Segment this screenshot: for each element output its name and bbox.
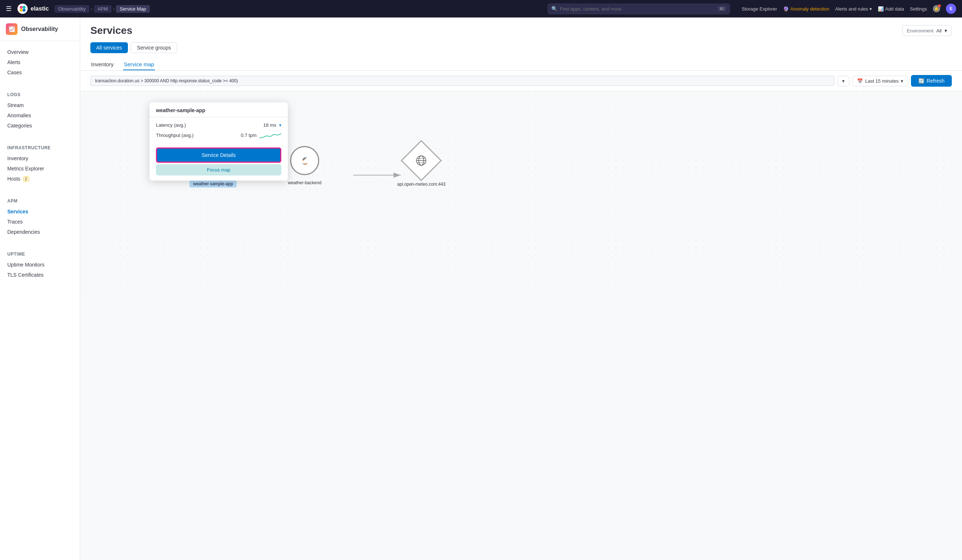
sidebar-item-dependencies[interactable]: Dependencies xyxy=(0,227,80,237)
breadcrumb-sep-2: › xyxy=(113,6,115,12)
breadcrumb-service-map[interactable]: Service Map xyxy=(116,5,149,13)
observability-logo-icon: 📈 xyxy=(6,23,18,35)
sidebar-apm-label: APM xyxy=(0,196,80,206)
sidebar-infrastructure-section: Infrastructure Inventory Metrics Explore… xyxy=(0,137,80,190)
sidebar-item-traces[interactable]: Traces xyxy=(0,217,80,227)
sidebar-brand-text: Observability xyxy=(21,26,58,32)
sidebar-logs-label: Logs xyxy=(0,89,80,100)
node-label-weather-backend: weather-backend xyxy=(288,180,321,185)
search-kbd-shortcut: ⌘/ xyxy=(718,6,726,12)
elastic-logo: elastic xyxy=(18,4,49,14)
sidebar-item-anomalies[interactable]: Anomalies xyxy=(0,110,80,121)
svg-point-1 xyxy=(20,6,23,9)
sidebar-item-stream[interactable]: Stream xyxy=(0,100,80,110)
sidebar-apm-section: APM Services Traces Dependencies xyxy=(0,190,80,243)
node-weather-backend[interactable]: weather-backend xyxy=(288,146,321,185)
service-details-button[interactable]: Service Details xyxy=(156,148,281,163)
storage-explorer-btn[interactable]: Storage Explorer xyxy=(741,6,777,12)
throughput-sparkline xyxy=(260,132,281,139)
add-data-icon: 📊 xyxy=(878,6,884,12)
breadcrumb-observability[interactable]: Observability xyxy=(55,5,89,13)
refresh-button[interactable]: 🔄 Refresh xyxy=(911,75,952,87)
node-api-open-meteo[interactable]: api.open-meteo.com:443 xyxy=(397,146,445,187)
top-navigation: ☰ elastic Observability › APM › Service … xyxy=(0,0,962,18)
search-input[interactable] xyxy=(548,4,730,14)
sidebar-item-inventory[interactable]: Inventory xyxy=(0,153,80,164)
sidebar: 📈 Observability Overview Alerts Cases Lo… xyxy=(0,18,80,560)
popup-throughput-row: Throughput (avg.) 0.7 tpm xyxy=(156,132,281,139)
alerts-rules-btn[interactable]: Alerts and rules ▾ xyxy=(835,6,872,12)
filter-dropdown-btn[interactable]: ▾ xyxy=(838,76,849,86)
throughput-label: Throughput (avg.) xyxy=(156,132,194,138)
environment-chevron-icon: ▾ xyxy=(944,28,947,34)
main-content: Services Environment All ▾ All services … xyxy=(80,18,962,560)
java-icon xyxy=(298,154,311,167)
breadcrumb-apm[interactable]: APM xyxy=(94,5,111,13)
inventory-tab[interactable]: Inventory xyxy=(90,59,115,70)
globe-icon xyxy=(415,155,427,166)
all-services-tab[interactable]: All services xyxy=(90,42,128,53)
service-tab-buttons: All services Service groups xyxy=(90,42,952,53)
svg-point-0 xyxy=(18,4,28,14)
service-popup: weather-sample-app Latency (avg.) 18 ms … xyxy=(149,102,288,180)
filter-text[interactable]: transaction.duration.us > 300000 AND htt… xyxy=(90,76,834,86)
user-avatar[interactable]: E xyxy=(946,4,956,14)
time-chevron-icon: ▾ xyxy=(901,78,903,84)
node-diamond-inner xyxy=(412,151,430,170)
node-label-weather-sample-app: weather-sample-app xyxy=(189,180,237,188)
latency-label: Latency (avg.) xyxy=(156,122,186,128)
throughput-value-row: 0.7 tpm xyxy=(241,132,281,139)
sidebar-uptime-section: Uptime Uptime Monitors TLS Certificates xyxy=(0,243,80,286)
service-groups-tab[interactable]: Service groups xyxy=(131,42,177,53)
sidebar-item-overview[interactable]: Overview xyxy=(0,47,80,57)
node-circle-weather-backend xyxy=(290,146,319,175)
service-map-canvas: weather-sample-app weather-backend xyxy=(80,92,962,292)
sidebar-infra-label: Infrastructure xyxy=(0,142,80,153)
anomaly-detection-btn[interactable]: 🔮 Anomaly detection xyxy=(783,6,830,12)
sub-tabs: Inventory Service map xyxy=(90,59,952,70)
page-title: Services xyxy=(90,25,132,36)
environment-label: Environment xyxy=(907,28,934,34)
svg-point-4 xyxy=(23,9,26,12)
sidebar-item-cases[interactable]: Cases xyxy=(0,68,80,77)
latency-value: 18 ms xyxy=(263,122,276,128)
node-label-api-open-meteo: api.open-meteo.com:443 xyxy=(397,182,445,187)
sidebar-item-tls-certificates[interactable]: TLS Certificates xyxy=(0,270,80,280)
notification-dot xyxy=(938,4,941,7)
popup-latency-row: Latency (avg.) 18 ms ▾ xyxy=(156,122,281,128)
global-search: 🔍 ⌘/ xyxy=(548,4,730,14)
sidebar-item-metrics-explorer[interactable]: Metrics Explorer xyxy=(0,164,80,174)
sidebar-main-section: Overview Alerts Cases xyxy=(0,41,80,84)
anomaly-icon: 🔮 xyxy=(783,6,789,12)
service-map-tab[interactable]: Service map xyxy=(123,59,155,70)
latency-chevron-icon[interactable]: ▾ xyxy=(279,123,281,128)
refresh-icon: 🔄 xyxy=(918,78,925,84)
sidebar-item-alerts[interactable]: Alerts xyxy=(0,57,80,68)
notifications-bell[interactable]: 🔔 xyxy=(933,5,940,12)
breadcrumb: Observability › APM › Service Map xyxy=(55,5,150,13)
popup-body: Latency (avg.) 18 ms ▾ Throughput (avg.)… xyxy=(149,117,288,148)
sidebar-uptime-label: Uptime xyxy=(0,249,80,260)
popup-footer: Service Details Focus map xyxy=(149,148,288,180)
svg-point-2 xyxy=(23,6,26,9)
sidebar-item-uptime-monitors[interactable]: Uptime Monitors xyxy=(0,260,80,270)
sidebar-item-categories[interactable]: Categories xyxy=(0,121,80,131)
page-title-row: Services Environment All ▾ xyxy=(90,25,952,36)
filter-bar: transaction.duration.us > 300000 AND htt… xyxy=(80,71,962,92)
sidebar-logs-section: Logs Stream Anomalies Categories xyxy=(0,84,80,137)
sidebar-item-hosts[interactable]: Hosts β xyxy=(0,174,80,184)
hamburger-menu[interactable]: ☰ xyxy=(6,5,12,13)
focus-map-button[interactable]: Focus map xyxy=(156,164,281,175)
latency-value-row: 18 ms ▾ xyxy=(263,122,281,128)
sidebar-item-services[interactable]: Services xyxy=(0,206,80,217)
settings-btn[interactable]: Settings xyxy=(910,6,927,12)
alerts-chevron-icon: ▾ xyxy=(870,6,872,12)
calendar-icon: 📅 xyxy=(857,78,863,84)
svg-point-3 xyxy=(20,9,23,12)
app-layout: 📈 Observability Overview Alerts Cases Lo… xyxy=(0,18,962,560)
add-data-btn[interactable]: 📊 Add data xyxy=(878,6,904,12)
popup-title: weather-sample-app xyxy=(149,102,288,117)
environment-selector[interactable]: Environment All ▾ xyxy=(902,25,952,36)
elastic-wordmark: elastic xyxy=(31,5,49,12)
time-picker[interactable]: 📅 Last 15 minutes ▾ xyxy=(852,76,908,86)
